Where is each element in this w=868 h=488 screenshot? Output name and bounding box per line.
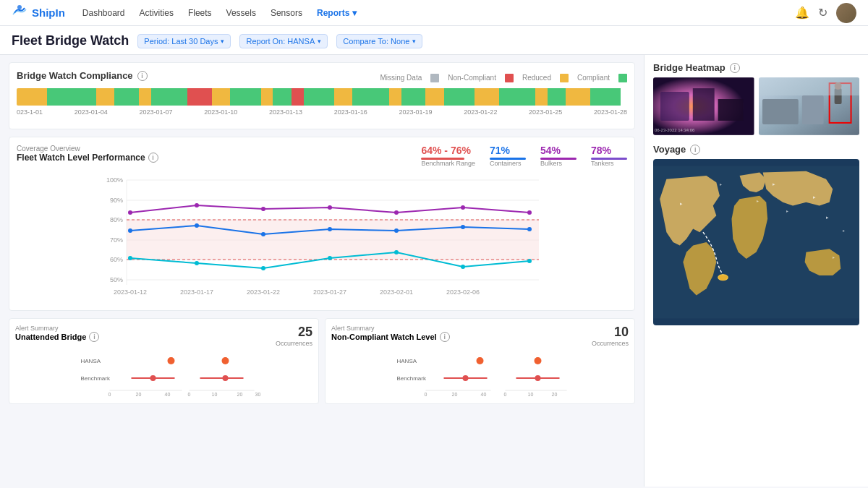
svg-text:▸: ▸ <box>757 198 759 203</box>
svg-text:2023-01-17: 2023-01-17 <box>180 288 213 296</box>
svg-point-48 <box>150 375 156 381</box>
nav-dashboard[interactable]: Dashboard <box>82 8 125 18</box>
svg-text:30: 30 <box>255 392 261 397</box>
svg-text:HANSA: HANSA <box>81 358 101 364</box>
alert-title-1: Unattended Bridge i <box>15 332 99 342</box>
svg-text:90%: 90% <box>110 197 123 204</box>
svg-point-31 <box>128 256 132 260</box>
svg-point-21 <box>394 210 399 215</box>
svg-text:40: 40 <box>165 392 171 397</box>
alert-subtitle-1: Alert Summary <box>15 325 99 332</box>
svg-point-70 <box>535 357 542 364</box>
svg-point-22 <box>461 205 465 210</box>
svg-text:2023-02-06: 2023-02-06 <box>446 288 480 296</box>
svg-point-20 <box>328 205 332 210</box>
svg-point-17 <box>128 210 132 215</box>
line-chart: 100% 90% 80% 70% 60% 50% <box>17 173 627 303</box>
compliance-info-icon[interactable]: i <box>137 71 148 81</box>
date-labels: 023-1-01 2023-01-04 2023-01-07 2023-01-1… <box>17 108 627 116</box>
svg-text:20: 20 <box>552 392 558 397</box>
period-button[interactable]: Period: Last 30 Days ▾ <box>137 34 231 48</box>
non-compliant-info-icon[interactable]: i <box>440 332 450 342</box>
svg-point-35 <box>394 250 399 254</box>
nav-activities[interactable]: Activities <box>140 8 174 18</box>
nav-sensors[interactable]: Sensors <box>271 8 302 18</box>
non-compliant-watch-card: Alert Summary Non-Compliant Watch Level … <box>325 318 635 404</box>
unattended-info-icon[interactable]: i <box>89 332 99 342</box>
svg-point-36 <box>461 265 465 269</box>
svg-rect-84 <box>801 95 823 124</box>
logo[interactable]: ShipIn <box>12 3 65 22</box>
svg-text:▸: ▸ <box>843 228 845 233</box>
bridge-camera-1[interactable]: 06-23-2022 14:34:06 <box>653 77 754 135</box>
svg-text:0: 0 <box>504 392 507 397</box>
alert-subtitle-2: Alert Summary <box>331 325 450 332</box>
compliant-legend <box>618 74 627 82</box>
svg-text:Benchmark: Benchmark <box>81 375 111 382</box>
compliance-legend: Missing Data Non-Compliant Reduced Compl… <box>380 74 627 82</box>
world-map: ▸ ▸ ▸ ▸ ▸ ▸ ▸ ▸ ▸ <box>653 159 859 325</box>
chart-title-area: Coverage Overview Fleet Watch Level Perf… <box>17 145 407 163</box>
svg-text:60%: 60% <box>110 256 123 263</box>
svg-point-19 <box>261 207 265 211</box>
svg-text:10: 10 <box>212 392 218 397</box>
bridge-heatmap-title: Bridge Heatmap i <box>653 62 859 73</box>
chart-subtitle: Coverage Overview <box>17 145 407 153</box>
non-compliant-dot-chart: HANSA Benchmark 0 20 40 0 <box>331 347 629 398</box>
heatmap-bar <box>17 88 627 106</box>
svg-point-55 <box>223 375 229 381</box>
containers-metric: 71% Containers <box>490 145 526 167</box>
bell-icon[interactable]: 🔔 <box>795 6 809 20</box>
svg-point-37 <box>527 259 532 263</box>
svg-text:40: 40 <box>481 392 487 397</box>
svg-text:50%: 50% <box>110 276 123 283</box>
non-compliant-occ-label: Occurrences <box>592 340 629 347</box>
svg-text:▸: ▸ <box>720 181 722 187</box>
svg-point-63 <box>477 357 484 364</box>
svg-text:0: 0 <box>425 392 427 397</box>
svg-text:2023-01-12: 2023-01-12 <box>114 288 147 296</box>
svg-text:20: 20 <box>136 392 142 397</box>
svg-text:HANSA: HANSA <box>397 358 417 364</box>
right-panel: Bridge Heatmap i <box>644 55 868 487</box>
svg-point-0 <box>17 5 22 9</box>
svg-point-28 <box>394 228 399 233</box>
svg-rect-78 <box>660 92 689 121</box>
main-content: Bridge Watch Compliance i Missing Data N… <box>0 55 868 487</box>
svg-point-33 <box>261 266 265 270</box>
report-on-button[interactable]: Report On: HANSA ▾ <box>239 34 328 48</box>
svg-text:2023-01-22: 2023-01-22 <box>247 288 280 296</box>
chart-header: Coverage Overview Fleet Watch Level Perf… <box>17 145 627 167</box>
map-container[interactable]: ▸ ▸ ▸ ▸ ▸ ▸ ▸ ▸ ▸ <box>653 159 859 325</box>
fleet-watch-info-icon[interactable]: i <box>148 153 158 163</box>
svg-point-32 <box>195 261 199 265</box>
svg-point-65 <box>463 375 469 381</box>
voyage-info-icon[interactable]: i <box>690 145 700 155</box>
svg-point-18 <box>195 203 199 207</box>
svg-point-24 <box>128 228 132 233</box>
fleet-watch-chart: Coverage Overview Fleet Watch Level Perf… <box>9 137 635 311</box>
svg-point-25 <box>195 223 199 228</box>
svg-text:20: 20 <box>452 392 458 397</box>
svg-point-34 <box>328 256 332 260</box>
svg-text:0: 0 <box>188 392 191 397</box>
bridge-heatmap-info-icon[interactable]: i <box>730 63 740 73</box>
refresh-icon[interactable]: ↻ <box>818 6 827 20</box>
chart-title: Fleet Watch Level Performance i <box>17 153 407 163</box>
nav-reports[interactable]: Reports ▾ <box>317 8 357 18</box>
svg-point-30 <box>527 227 532 231</box>
avatar[interactable] <box>836 3 856 23</box>
voyage-section: Voyage i <box>653 144 859 325</box>
svg-point-26 <box>261 232 265 236</box>
heatmap-images: 06-23-2022 14:34:06 <box>653 77 859 135</box>
svg-point-46 <box>168 357 175 364</box>
missing-data-legend <box>430 74 439 82</box>
nav-fleets[interactable]: Fleets <box>188 8 212 18</box>
nav-vessels[interactable]: Vessels <box>226 8 256 18</box>
svg-text:20: 20 <box>237 392 243 397</box>
compare-to-button[interactable]: Compare To: None ▾ <box>336 34 422 48</box>
bridge-camera-2[interactable] <box>759 77 860 135</box>
svg-text:2023-01-27: 2023-01-27 <box>313 288 346 296</box>
svg-text:0: 0 <box>109 392 111 397</box>
svg-rect-83 <box>762 99 798 124</box>
